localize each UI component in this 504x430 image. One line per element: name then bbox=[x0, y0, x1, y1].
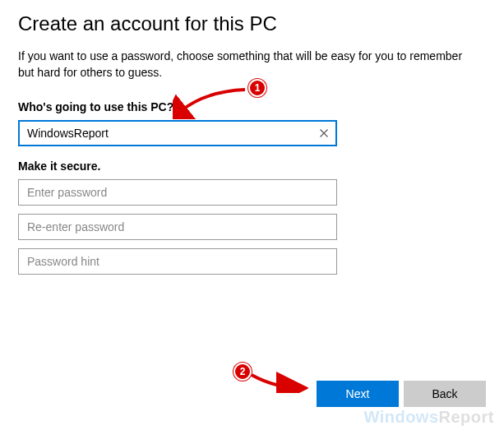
password-hint-input[interactable] bbox=[18, 248, 337, 275]
password-confirm-input[interactable] bbox=[18, 214, 337, 240]
annotation-badge-2: 2 bbox=[234, 363, 252, 381]
next-button[interactable]: Next bbox=[317, 381, 399, 407]
username-section-label: Who's going to use this PC? bbox=[18, 100, 486, 113]
secure-section-label: Make it secure. bbox=[18, 160, 486, 173]
page-title: Create an account for this PC bbox=[18, 12, 486, 35]
password-hint-field-wrap bbox=[18, 248, 337, 275]
password-field-wrap bbox=[18, 179, 337, 206]
watermark-part2: Report bbox=[439, 408, 494, 426]
clear-icon[interactable] bbox=[317, 127, 331, 140]
username-field-wrap bbox=[18, 120, 337, 146]
page-description: If you want to use a password, choose so… bbox=[18, 49, 479, 81]
watermark-part1: Windows bbox=[363, 408, 438, 426]
annotation-arrow-2 bbox=[247, 368, 308, 393]
watermark: WindowsReport bbox=[363, 408, 494, 427]
back-button[interactable]: Back bbox=[404, 381, 486, 407]
password-input[interactable] bbox=[18, 179, 337, 206]
username-input[interactable] bbox=[18, 120, 337, 146]
annotation-badge-1: 1 bbox=[248, 79, 266, 97]
footer-buttons: Next Back bbox=[317, 381, 486, 407]
password-confirm-field-wrap bbox=[18, 214, 337, 240]
